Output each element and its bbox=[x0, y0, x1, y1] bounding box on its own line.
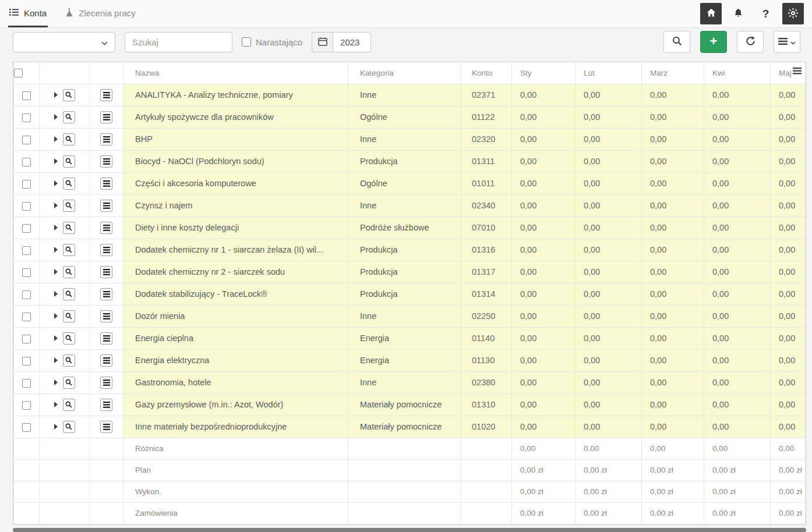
menu-lines-icon bbox=[103, 90, 110, 100]
search-input[interactable] bbox=[125, 32, 232, 52]
year-field[interactable]: 2023 bbox=[333, 32, 371, 52]
row-checkbox[interactable] bbox=[22, 379, 31, 388]
row-search-button[interactable] bbox=[63, 288, 75, 300]
expand-arrow-icon[interactable] bbox=[54, 335, 58, 341]
row-search-button[interactable] bbox=[63, 244, 75, 256]
cell-month-value: 0,00 bbox=[771, 327, 806, 349]
horizontal-scrollbar[interactable] bbox=[13, 527, 806, 532]
expand-arrow-icon[interactable] bbox=[54, 114, 58, 120]
expand-arrow-icon[interactable] bbox=[54, 380, 58, 385]
row-checkbox[interactable] bbox=[22, 224, 31, 233]
row-checkbox[interactable] bbox=[22, 91, 31, 100]
cell-nazwa: Biocyd - NaOCl (Podchloryn sodu) bbox=[123, 150, 348, 172]
expand-arrow-icon[interactable] bbox=[54, 158, 58, 164]
help-button[interactable]: ? bbox=[755, 3, 776, 24]
add-button[interactable]: + bbox=[700, 31, 727, 53]
row-checkbox[interactable] bbox=[22, 268, 31, 277]
row-search-button[interactable] bbox=[63, 222, 75, 234]
cumulative-checkbox[interactable]: Narastająco bbox=[242, 37, 302, 47]
summary-month-value: 0,00 zł bbox=[512, 459, 576, 481]
row-checkbox[interactable] bbox=[22, 158, 31, 166]
row-menu-button[interactable] bbox=[100, 399, 112, 411]
column-header-sty[interactable]: Sty bbox=[512, 62, 576, 84]
refresh-button[interactable] bbox=[737, 31, 764, 53]
cell-month-value: 0,00 bbox=[512, 172, 576, 194]
row-menu-button[interactable] bbox=[100, 178, 112, 190]
row-menu-button[interactable] bbox=[100, 266, 112, 278]
row-menu-button[interactable] bbox=[100, 133, 112, 146]
row-search-button[interactable] bbox=[63, 111, 75, 123]
row-checkbox[interactable] bbox=[22, 357, 31, 366]
row-menu-button[interactable] bbox=[100, 310, 112, 322]
column-settings-icon[interactable] bbox=[793, 68, 802, 75]
calendar-button[interactable] bbox=[312, 32, 333, 52]
row-search-button[interactable] bbox=[63, 155, 75, 168]
column-header-marz[interactable]: Marz bbox=[642, 62, 704, 84]
row-menu-button[interactable] bbox=[100, 377, 112, 389]
expand-arrow-icon[interactable] bbox=[54, 313, 58, 319]
column-header-konto[interactable]: Konto bbox=[461, 62, 512, 84]
expand-arrow-icon[interactable] bbox=[54, 136, 58, 142]
row-checkbox[interactable] bbox=[22, 423, 31, 432]
row-search-button[interactable] bbox=[63, 421, 75, 433]
expand-arrow-icon[interactable] bbox=[54, 203, 58, 208]
expand-arrow-icon[interactable] bbox=[54, 291, 58, 297]
row-checkbox[interactable] bbox=[22, 290, 31, 299]
search-button[interactable] bbox=[663, 31, 690, 53]
expand-arrow-icon[interactable] bbox=[54, 424, 58, 430]
column-header-lut[interactable]: Lut bbox=[576, 62, 642, 84]
row-menu-button[interactable] bbox=[100, 354, 112, 367]
notifications-button[interactable] bbox=[728, 3, 749, 24]
tab-zlecenia-pracy[interactable]: Zlecenia pracy bbox=[64, 0, 137, 27]
expand-arrow-icon[interactable] bbox=[54, 357, 58, 363]
row-search-button[interactable] bbox=[63, 399, 75, 411]
row-menu-button[interactable] bbox=[100, 89, 112, 101]
row-menu-button[interactable] bbox=[100, 111, 112, 123]
row-menu-button[interactable] bbox=[100, 288, 112, 300]
row-checkbox[interactable] bbox=[22, 335, 31, 343]
menu-lines-icon bbox=[103, 311, 110, 321]
row-search-button[interactable] bbox=[63, 266, 75, 278]
row-checkbox[interactable] bbox=[22, 313, 31, 321]
row-search-button[interactable] bbox=[63, 310, 75, 322]
expand-arrow-icon[interactable] bbox=[54, 92, 58, 98]
expand-arrow-icon[interactable] bbox=[54, 247, 58, 253]
row-checkbox[interactable] bbox=[22, 114, 31, 122]
row-menu-button[interactable] bbox=[100, 200, 112, 212]
row-checkbox[interactable] bbox=[22, 246, 31, 255]
horizontal-scrollbar-thumb[interactable] bbox=[13, 528, 806, 532]
home-button[interactable] bbox=[700, 3, 722, 24]
row-search-button[interactable] bbox=[63, 354, 75, 367]
row-menu-button[interactable] bbox=[100, 332, 112, 345]
expand-arrow-icon[interactable] bbox=[54, 225, 58, 230]
column-header-nazwa[interactable]: Nazwa bbox=[123, 62, 348, 84]
row-search-button[interactable] bbox=[63, 178, 75, 190]
search-icon bbox=[65, 134, 72, 144]
cell-month-value: 0,00 bbox=[771, 305, 806, 327]
row-search-button[interactable] bbox=[63, 89, 75, 101]
row-menu-button[interactable] bbox=[100, 244, 112, 256]
expand-arrow-icon[interactable] bbox=[54, 269, 58, 275]
row-checkbox[interactable] bbox=[22, 136, 31, 144]
row-search-button[interactable] bbox=[63, 200, 75, 212]
row-search-button[interactable] bbox=[63, 133, 75, 146]
row-checkbox[interactable] bbox=[22, 202, 31, 211]
row-search-button[interactable] bbox=[63, 377, 75, 389]
summary-month-value: 0,00 zł bbox=[704, 502, 771, 524]
expand-arrow-icon[interactable] bbox=[54, 180, 58, 186]
row-menu-button[interactable] bbox=[100, 222, 112, 234]
column-header-kwi[interactable]: Kwi bbox=[704, 62, 771, 84]
expand-arrow-icon[interactable] bbox=[54, 402, 58, 407]
settings-button[interactable] bbox=[782, 3, 804, 24]
row-checkbox[interactable] bbox=[22, 401, 31, 410]
cumulative-checkbox-input[interactable] bbox=[242, 37, 251, 47]
select-all-checkbox[interactable] bbox=[14, 69, 23, 77]
filter-select[interactable] bbox=[13, 32, 115, 52]
row-menu-button[interactable] bbox=[100, 421, 112, 433]
column-header-kategoria[interactable]: Kategoria bbox=[348, 62, 461, 84]
row-menu-button[interactable] bbox=[100, 155, 112, 168]
menu-button[interactable] bbox=[774, 31, 800, 53]
row-checkbox[interactable] bbox=[22, 180, 31, 189]
tab-konta[interactable]: Konta bbox=[8, 0, 48, 27]
row-search-button[interactable] bbox=[63, 332, 75, 345]
